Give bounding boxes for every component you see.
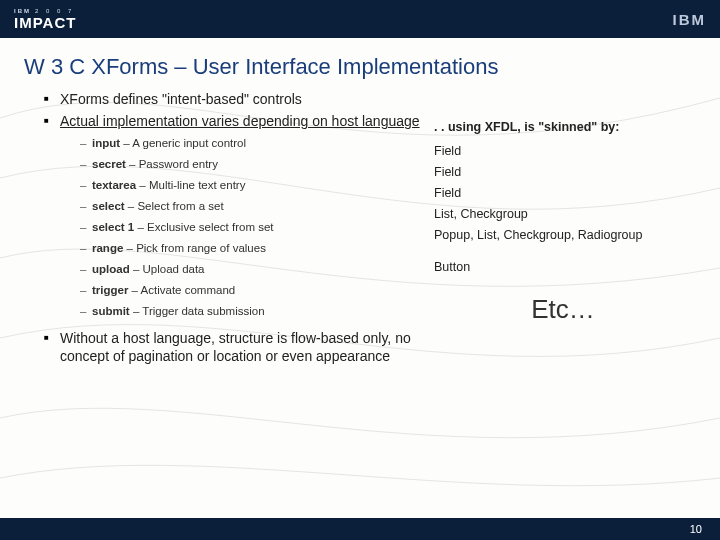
controls-list: input – A generic input control secret –… (80, 136, 424, 318)
control-item: secret – Password entry (80, 157, 424, 172)
left-column: XForms defines "intent-based" controls A… (44, 90, 424, 369)
control-item: upload – Upload data (80, 262, 424, 277)
bullet-text: Actual implementation varies depending o… (60, 113, 420, 129)
skinned-item: Field (434, 165, 692, 179)
bullet-item: Actual implementation varies depending o… (44, 112, 424, 319)
control-item: textarea – Multi-line text entry (80, 178, 424, 193)
footer-bar: 10 (0, 518, 720, 540)
skinned-item: Field (434, 144, 692, 158)
page-number: 10 (690, 523, 702, 535)
skinned-item: Popup, List, Checkgroup, Radiogroup (434, 228, 692, 242)
control-item: select 1 – Exclusive select from set (80, 220, 424, 235)
skinned-heading: . . using XFDL, is "skinned" by: (434, 120, 692, 134)
right-column: . . using XFDL, is "skinned" by: Field F… (434, 90, 692, 369)
control-item: range – Pick from range of values (80, 241, 424, 256)
control-item: submit – Trigger data submission (80, 304, 424, 319)
ibm-logo: IBM (673, 11, 707, 28)
control-item: select – Select from a set (80, 199, 424, 214)
content-area: XForms defines "intent-based" controls A… (0, 90, 720, 369)
skinned-item: Field (434, 186, 692, 200)
main-bullets: XForms defines "intent-based" controls A… (44, 90, 424, 365)
skinned-item: List, Checkgroup (434, 207, 692, 221)
control-item: trigger – Activate command (80, 283, 424, 298)
impact-logo: IBM 2 0 0 7 IMPACT (14, 8, 76, 30)
etc-label: Etc… (434, 294, 692, 325)
header-bar: IBM 2 0 0 7 IMPACT IBM (0, 0, 720, 38)
slide-title: W 3 C XForms – User Interface Implementa… (0, 38, 720, 90)
skinned-list: Field Field Field List, Checkgroup Popup… (434, 144, 692, 274)
impact-word: IMPACT (14, 15, 76, 30)
bullet-item: XForms defines "intent-based" controls (44, 90, 424, 108)
control-item: input – A generic input control (80, 136, 424, 151)
bullet-item: Without a host language, structure is fl… (44, 329, 424, 365)
skinned-item: Button (434, 260, 692, 274)
